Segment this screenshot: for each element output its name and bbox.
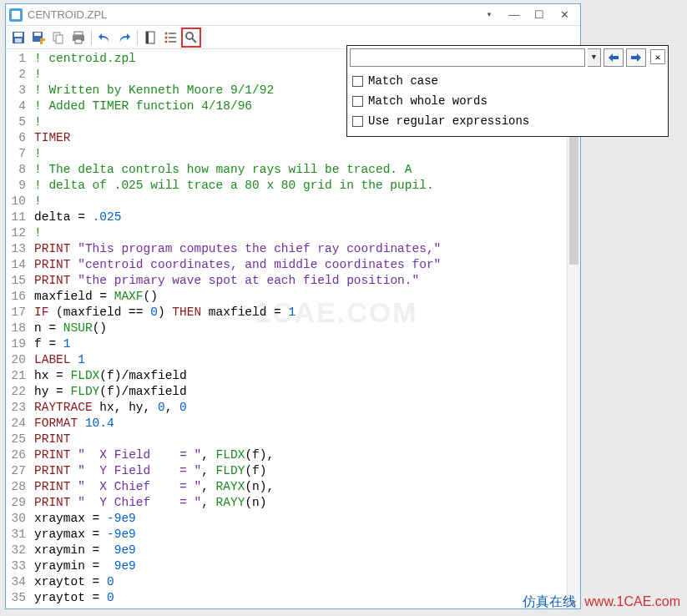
search-prev-button[interactable] <box>604 48 624 67</box>
watermark-cn: 仿真在线 <box>523 594 576 608</box>
line-number: 18 <box>6 321 26 336</box>
app-icon <box>9 8 23 22</box>
svg-rect-6 <box>56 35 63 43</box>
titlebar: CENTROID.ZPL ▼ — ☐ ✕ <box>6 4 580 26</box>
saveas-icon <box>32 31 45 44</box>
svg-point-12 <box>165 32 168 34</box>
line-number: 34 <box>6 574 26 590</box>
code-line[interactable]: ! The delta controls how many rays will … <box>34 162 441 178</box>
copy-button[interactable] <box>49 28 68 47</box>
match-case-option[interactable]: Match case <box>352 71 663 91</box>
code-line[interactable]: PRINT " Y Field = ", FLDY(f) <box>34 463 441 479</box>
svg-rect-2 <box>15 38 22 43</box>
svg-rect-1 <box>14 33 23 37</box>
window-maximize[interactable]: ☐ <box>527 7 552 23</box>
regex-option[interactable]: Use regular expressions <box>352 111 663 131</box>
print-icon <box>72 31 85 44</box>
svg-rect-17 <box>169 41 176 43</box>
regex-label: Use regular expressions <box>368 114 529 128</box>
code-line[interactable]: PRINT "This program computes the chief r… <box>34 241 441 257</box>
search-next-button[interactable] <box>626 48 646 67</box>
code-line[interactable]: yraymax = -9e9 <box>34 527 441 543</box>
code-line[interactable]: f = 1 <box>34 336 441 352</box>
line-number: 19 <box>6 336 26 352</box>
separator <box>91 30 92 45</box>
line-number: 4 <box>6 98 26 114</box>
arrow-left-icon <box>608 53 619 63</box>
redo-button[interactable] <box>115 28 134 47</box>
line-number: 9 <box>6 178 26 194</box>
window-close[interactable]: ✕ <box>552 7 577 23</box>
save-button[interactable] <box>9 28 28 47</box>
line-number: 5 <box>6 114 26 130</box>
code-line[interactable]: FORMAT 10.4 <box>34 416 441 432</box>
code-line[interactable]: delta = .025 <box>34 210 441 225</box>
line-number: 16 <box>6 289 26 305</box>
code-line[interactable]: hy = FLDY(f)/maxfield <box>34 384 441 400</box>
code-line[interactable]: PRINT " X Chief = ", RAYX(n), <box>34 479 441 495</box>
search-button[interactable] <box>181 28 201 48</box>
search-history-dropdown[interactable]: ▼ <box>588 48 601 67</box>
code-line[interactable]: PRINT <box>34 432 441 447</box>
undo-button[interactable] <box>95 28 114 47</box>
code-line[interactable]: PRINT " Y Chief = ", RAYY(n) <box>34 495 441 511</box>
line-number: 17 <box>6 305 26 321</box>
line-number: 2 <box>6 67 26 83</box>
line-gutter: 1234567891011121314151617181920212223242… <box>6 49 29 606</box>
line-number: 31 <box>6 527 26 543</box>
svg-point-14 <box>165 36 168 38</box>
svg-rect-9 <box>75 39 82 43</box>
code-line[interactable]: PRINT " X Field = ", FLDX(f), <box>34 447 441 463</box>
saveas-button[interactable] <box>29 28 48 47</box>
svg-rect-13 <box>169 33 176 34</box>
window-title: CENTROID.ZPL <box>28 8 107 21</box>
line-number: 15 <box>6 273 26 289</box>
line-number: 27 <box>6 463 26 479</box>
code-line[interactable]: ! <box>34 225 441 241</box>
code-line[interactable]: xraytot = 0 <box>34 574 441 590</box>
watermark-footer: 仿真在线 www.1CAE.com <box>523 593 680 611</box>
line-number: 10 <box>6 194 26 210</box>
code-line[interactable]: maxfield = MAXF() <box>34 289 441 305</box>
code-line[interactable]: PRINT "the primary wave spot at each fie… <box>34 273 441 289</box>
code-line[interactable]: hx = FLDX(f)/maxfield <box>34 368 441 384</box>
copy-icon <box>52 31 65 44</box>
print-button[interactable] <box>69 28 88 47</box>
checkbox-icon[interactable] <box>352 96 363 107</box>
code-line[interactable]: xraymax = -9e9 <box>34 511 441 527</box>
code-line[interactable]: yraytot = 0 <box>34 590 441 606</box>
watermark-en: www.1CAE.com <box>584 594 680 608</box>
bookmark-button[interactable] <box>141 28 159 47</box>
code-line[interactable]: IF (maxfield == 0) THEN maxfield = 1 <box>34 305 441 321</box>
match-whole-option[interactable]: Match whole words <box>352 91 663 111</box>
checkbox-icon[interactable] <box>352 116 363 127</box>
line-number: 26 <box>6 447 26 463</box>
line-number: 28 <box>6 479 26 495</box>
window-dropdown[interactable]: ▼ <box>477 7 502 23</box>
line-number: 20 <box>6 352 26 368</box>
line-number: 1 <box>6 51 26 67</box>
code-line[interactable]: xraymin = 9e9 <box>34 543 441 558</box>
line-number: 8 <box>6 162 26 178</box>
code-line[interactable]: ! <box>34 194 441 210</box>
redo-icon <box>118 31 131 44</box>
arrow-right-icon <box>630 53 642 63</box>
window-minimize[interactable]: — <box>502 7 527 23</box>
line-number: 7 <box>6 146 26 162</box>
code-line[interactable]: RAYTRACE hx, hy, 0, 0 <box>34 400 441 416</box>
code-line[interactable]: yraymin = 9e9 <box>34 558 441 574</box>
line-number: 30 <box>6 511 26 527</box>
search-close-button[interactable]: ✕ <box>650 49 665 64</box>
bookmark-icon <box>144 31 157 44</box>
list-button[interactable] <box>161 28 179 47</box>
search-input[interactable] <box>350 48 585 67</box>
checkbox-icon[interactable] <box>352 76 363 87</box>
code-line[interactable]: n = NSUR() <box>34 321 441 336</box>
list-icon <box>164 31 177 44</box>
line-number: 23 <box>6 400 26 416</box>
line-number: 33 <box>6 558 26 574</box>
code-line[interactable]: PRINT "centroid coordinates, and middle … <box>34 257 441 273</box>
code-line[interactable]: LABEL 1 <box>34 352 441 368</box>
code-line[interactable]: ! <box>34 146 441 162</box>
code-line[interactable]: ! delta of .025 will trace a 80 x 80 gri… <box>34 178 441 194</box>
